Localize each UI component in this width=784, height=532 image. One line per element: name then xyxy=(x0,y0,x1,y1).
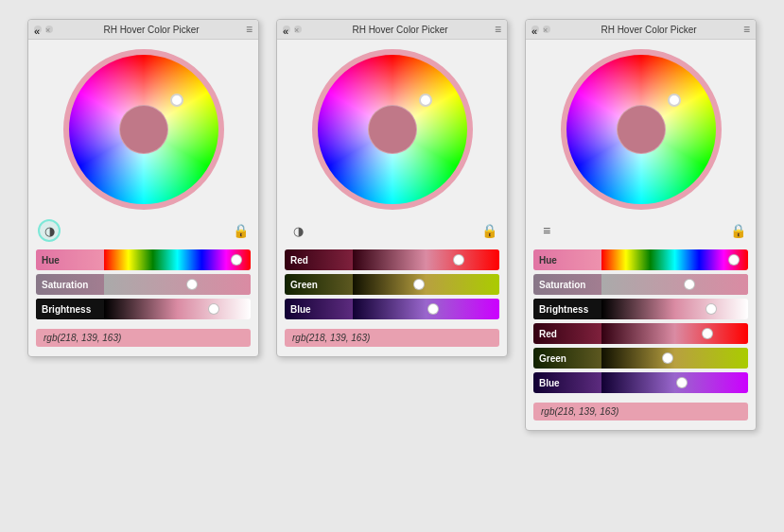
slider-label-hue: Hue xyxy=(36,249,104,270)
menu-icon[interactable]: ≡ xyxy=(246,23,253,36)
slider-row-red[interactable]: Red xyxy=(285,249,499,270)
slider-handle-saturation[interactable] xyxy=(684,279,695,290)
slider-row-brightness[interactable]: Brightness xyxy=(36,299,251,319)
slider-row-red[interactable]: Red xyxy=(533,323,748,344)
slider-label-hue: Hue xyxy=(533,249,601,270)
slider-track-red[interactable] xyxy=(353,249,499,270)
title-bar-controls: « × xyxy=(283,26,302,33)
slider-track-saturation[interactable] xyxy=(104,274,251,295)
slider-track-green[interactable] xyxy=(601,348,748,369)
slider-row-hue[interactable]: Hue xyxy=(533,249,748,270)
minimize-btn[interactable]: « xyxy=(283,26,290,33)
slider-label-brightness: Brightness xyxy=(36,299,104,319)
slider-handle-hue[interactable] xyxy=(231,254,242,266)
hue-mode-btn[interactable]: ◑ xyxy=(287,219,309,242)
wheel-handle[interactable] xyxy=(668,94,681,107)
slider-group: Red Green Blue xyxy=(277,248,507,325)
minimize-btn[interactable]: « xyxy=(531,26,539,33)
window-title: RH Hover Color Picker xyxy=(601,25,696,35)
picker-window-1: « × RH Hover Color Picker ≡ ◑ 🔒 Hue xyxy=(27,19,259,357)
title-bar: « × RH Hover Color Picker ≡ xyxy=(277,20,507,40)
menu-icon[interactable]: ≡ xyxy=(495,23,501,36)
close-btn[interactable]: × xyxy=(543,26,550,33)
slider-track-brightness[interactable] xyxy=(104,299,251,319)
slider-row-saturation[interactable]: Saturation xyxy=(36,274,251,295)
slider-label-blue: Blue xyxy=(533,372,601,393)
color-wheel[interactable] xyxy=(561,49,722,210)
slider-row-green[interactable]: Green xyxy=(533,348,748,369)
window-title: RH Hover Color Picker xyxy=(352,25,447,35)
close-btn[interactable]: × xyxy=(294,26,302,33)
slider-row-green[interactable]: Green xyxy=(285,274,499,295)
wheel-handle[interactable] xyxy=(170,94,183,107)
slider-track-blue[interactable] xyxy=(353,299,499,319)
rgb-display: rgb(218, 139, 163) xyxy=(285,329,499,347)
wheel-handle[interactable] xyxy=(419,94,432,107)
slider-label-blue: Blue xyxy=(285,299,353,319)
window-title: RH Hover Color Picker xyxy=(103,25,199,35)
slider-group: Hue Saturation Brightness xyxy=(28,248,258,325)
slider-handle-green[interactable] xyxy=(662,352,673,364)
slider-row-hue[interactable]: Hue xyxy=(36,249,251,270)
slider-track-hue[interactable] xyxy=(104,249,251,270)
slider-handle-red[interactable] xyxy=(702,328,713,339)
slider-track-red[interactable] xyxy=(601,323,748,344)
slider-label-red: Red xyxy=(285,249,353,270)
slider-label-saturation: Saturation xyxy=(533,274,601,295)
slider-handle-blue[interactable] xyxy=(427,303,439,315)
controls-row: ◑ 🔒 xyxy=(277,215,507,246)
slider-row-blue[interactable]: Blue xyxy=(533,372,748,393)
slider-handle-saturation[interactable] xyxy=(186,279,198,290)
slider-track-blue[interactable] xyxy=(601,372,748,393)
title-bar: « × RH Hover Color Picker ≡ xyxy=(526,20,756,40)
title-bar-controls: « × xyxy=(34,26,53,33)
controls-row: ◑ 🔒 xyxy=(28,215,258,246)
controls-row: ≡ 🔒 xyxy=(526,215,756,246)
mode-lines-btn[interactable]: ≡ xyxy=(535,219,558,242)
lock-icon[interactable]: 🔒 xyxy=(730,223,746,238)
slider-row-blue[interactable]: Blue xyxy=(285,299,499,319)
wheel-center xyxy=(368,105,417,154)
slider-handle-blue[interactable] xyxy=(676,377,688,388)
minimize-btn[interactable]: « xyxy=(34,26,42,33)
slider-handle-green[interactable] xyxy=(413,279,425,290)
wheel-center xyxy=(119,105,168,154)
slider-track-green[interactable] xyxy=(353,274,499,295)
slider-handle-brightness[interactable] xyxy=(208,303,219,315)
menu-icon[interactable]: ≡ xyxy=(743,23,750,36)
picker-window-3: « × RH Hover Color Picker ≡ ≡ 🔒 Hue xyxy=(525,19,757,431)
lock-icon[interactable]: 🔒 xyxy=(481,223,497,238)
rgb-display: rgb(218, 139, 163) xyxy=(36,329,251,347)
rgb-display: rgb(218, 139, 163) xyxy=(533,403,748,420)
slider-group: Hue Saturation Brightness xyxy=(526,248,756,399)
slider-label-saturation: Saturation xyxy=(36,274,104,295)
color-wheel-container xyxy=(28,40,258,215)
slider-label-brightness: Brightness xyxy=(533,299,601,319)
close-btn[interactable]: × xyxy=(45,26,53,33)
color-wheel[interactable] xyxy=(63,49,224,210)
wheel-center xyxy=(617,105,666,154)
slider-handle-hue[interactable] xyxy=(728,254,740,266)
slider-label-green: Green xyxy=(285,274,353,295)
slider-track-hue[interactable] xyxy=(601,249,748,270)
color-wheel-container xyxy=(526,40,756,215)
hue-mode-btn[interactable]: ◑ xyxy=(38,219,61,242)
slider-track-brightness[interactable] xyxy=(601,299,748,319)
lock-icon[interactable]: 🔒 xyxy=(233,223,249,238)
slider-handle-red[interactable] xyxy=(453,254,464,266)
slider-label-red: Red xyxy=(533,323,601,344)
slider-row-brightness[interactable]: Brightness xyxy=(533,299,748,319)
slider-track-saturation[interactable] xyxy=(601,274,748,295)
slider-handle-brightness[interactable] xyxy=(706,303,717,315)
slider-label-green: Green xyxy=(533,348,601,369)
color-wheel-container xyxy=(277,40,507,215)
slider-row-saturation[interactable]: Saturation xyxy=(533,274,748,295)
picker-window-2: « × RH Hover Color Picker ≡ ◑ 🔒 Red xyxy=(276,19,508,357)
title-bar-controls: « × xyxy=(531,26,550,33)
title-bar: « × RH Hover Color Picker ≡ xyxy=(28,20,258,40)
color-wheel[interactable] xyxy=(312,49,473,210)
